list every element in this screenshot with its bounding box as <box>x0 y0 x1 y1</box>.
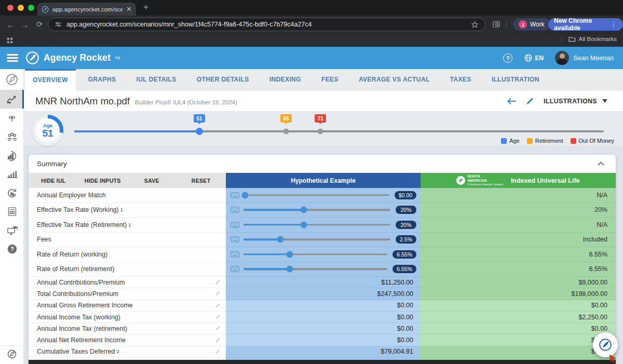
summary-title: Summary <box>37 160 67 168</box>
maximize-window-button[interactable] <box>28 5 34 11</box>
sidebar-item-rocket-logo[interactable] <box>0 69 24 90</box>
iul-value: $0.00 <box>421 300 616 312</box>
edit-pencil-icon[interactable] <box>215 326 221 331</box>
reset-button[interactable]: RESET <box>177 173 225 187</box>
illustrations-dropdown[interactable]: ILLUSTRATIONS <box>544 98 607 105</box>
row-label: Effective Tax Rate (Working) <box>37 206 119 213</box>
edit-pencil-icon[interactable] <box>215 279 221 285</box>
row-label: Cumulative Taxes Deferred <box>37 348 115 355</box>
edit-pencil-icon[interactable] <box>215 338 221 343</box>
help-button[interactable]: ? <box>503 53 512 63</box>
side-panel-search-icon[interactable] <box>492 20 500 29</box>
sidebar-item-broadcast[interactable] <box>0 109 24 127</box>
edit-pencil-icon[interactable] <box>215 291 221 296</box>
profile-chip[interactable]: J Work <box>513 18 550 31</box>
reload-icon[interactable]: ⟳ <box>32 20 47 29</box>
sidebar-item-calculator[interactable] <box>0 202 24 221</box>
horizontal-scrollbar[interactable] <box>29 360 616 364</box>
table-row: Annual Income Tax (retirement) $0.00 $0.… <box>29 323 616 334</box>
sidebar-item-help[interactable]: ? <box>0 239 24 258</box>
bookmark-star-icon[interactable] <box>471 21 479 29</box>
table-row: Annual Net Retirement Income $0.00 $0.00 <box>29 334 616 346</box>
edit-pencil-icon[interactable] <box>215 314 221 320</box>
language-selector[interactable]: EN <box>524 53 544 62</box>
tab-other-details[interactable]: OTHER DETAILS <box>189 69 257 91</box>
sidebar-item-education[interactable] <box>0 221 24 239</box>
iul-column-header: NORTHAMERICAN.A Sammons Financial Compan… <box>421 173 616 188</box>
iul-value: 20% <box>421 203 616 218</box>
save-button[interactable]: SAVE <box>128 173 177 187</box>
sidebar-item-bar-chart[interactable] <box>0 165 24 183</box>
hypothetical-value: $11,250.00 <box>226 279 421 286</box>
hamburger-menu-icon[interactable] <box>7 52 18 63</box>
sidebar-footer-rocket[interactable] <box>0 345 24 362</box>
browser-menu-icon[interactable]: ⋮ <box>611 21 617 28</box>
all-bookmarks-button[interactable]: All Bookmarks <box>568 36 617 42</box>
age-dial-value: 51 <box>42 128 53 138</box>
tab-illustration[interactable]: ILLUSTRATION <box>484 69 547 91</box>
timeline-track[interactable]: 51 65 71 <box>74 130 604 132</box>
window-controls[interactable] <box>7 5 34 11</box>
table-row: Annual Income Tax (working) $0.00 $2,250… <box>29 312 616 323</box>
tab-indexing[interactable]: INDEXING <box>262 69 309 91</box>
row-label: Effective Tax Rate (Retirement) <box>37 221 127 228</box>
row-label: Annual Contributions/Premium <box>37 279 125 286</box>
tab-taxes[interactable]: TAXES <box>442 69 479 91</box>
brand-logo[interactable]: Agency RocketTM <box>25 51 120 65</box>
keyboard-icon[interactable] <box>231 266 239 272</box>
document-title-bar: MNR NorthAm mo.pdf Builder Plus® IUL4 (O… <box>24 91 623 112</box>
hide-iul-button[interactable]: HIDE IUL <box>29 173 78 187</box>
close-window-button[interactable] <box>7 5 13 11</box>
tab-graphs[interactable]: GRAPHS <box>80 69 124 91</box>
user-menu[interactable]: Sean Meenan <box>555 51 614 65</box>
browser-tab[interactable]: app.agencyrocket.com/scena ✕ <box>37 3 136 16</box>
minimize-window-button[interactable] <box>18 5 24 11</box>
chevron-down-icon <box>602 99 607 103</box>
tab-average-vs-actual[interactable]: AVERAGE VS ACTUAL <box>351 69 438 91</box>
forward-icon[interactable]: → <box>18 20 32 29</box>
sidebar-item-clients[interactable] <box>0 127 24 146</box>
back-icon[interactable]: ← <box>3 20 18 29</box>
collapse-chevron-icon[interactable] <box>598 161 604 166</box>
marker-handle[interactable] <box>318 129 323 134</box>
marker-handle[interactable] <box>196 128 203 135</box>
site-settings-icon[interactable] <box>55 21 62 28</box>
keyboard-icon[interactable] <box>231 236 239 242</box>
close-tab-icon[interactable]: ✕ <box>126 5 132 13</box>
edit-pencil-icon[interactable] <box>215 349 221 355</box>
slider-return-working[interactable] <box>243 247 387 262</box>
edit-pencil-icon[interactable] <box>215 303 221 308</box>
keyboard-icon[interactable] <box>231 251 239 258</box>
slider-annual-employer-match[interactable] <box>243 188 389 203</box>
keyboard-icon[interactable] <box>231 192 239 198</box>
keyboard-icon[interactable] <box>231 222 239 228</box>
apps-grid-icon[interactable] <box>6 37 13 44</box>
keyboard-icon[interactable] <box>231 207 239 213</box>
hide-inputs-button[interactable]: HIDE INPUTS <box>78 173 127 187</box>
help-icon: ? <box>7 244 18 254</box>
row-label: Annual Employer Match <box>37 192 106 199</box>
gauge-report-icon <box>6 150 18 161</box>
address-bar[interactable]: app.agencyrocket.com/scenarios/mnr_show/… <box>48 18 485 31</box>
slider-return-retirement[interactable] <box>243 262 387 277</box>
marker-handle[interactable] <box>283 129 289 134</box>
globe-icon <box>524 53 533 62</box>
sidebar-item-gauge-report[interactable] <box>0 146 24 165</box>
slider-fees[interactable] <box>243 233 390 247</box>
edit-pencil-icon[interactable] <box>526 97 534 105</box>
slider-tax-rate-retirement[interactable] <box>243 218 390 232</box>
new-tab-button[interactable]: + <box>143 2 148 12</box>
sidebar-item-data-sync[interactable] <box>0 183 24 202</box>
rocket-logo-icon <box>599 338 612 352</box>
legend-item-retirement: Retirement <box>527 138 563 144</box>
scenarios-chart-icon <box>6 93 17 105</box>
sidebar-item-scenarios[interactable] <box>0 90 24 109</box>
floating-rocket-button[interactable] <box>593 332 618 357</box>
tab-fees[interactable]: FEES <box>314 69 346 91</box>
browser-tab-strip: app.agencyrocket.com/scena ✕ + <box>0 0 623 16</box>
back-arrow-icon[interactable] <box>507 97 517 105</box>
slider-tax-rate-working[interactable] <box>243 203 390 218</box>
tab-overview[interactable]: OVERVIEW <box>25 69 76 91</box>
chrome-update-button[interactable]: New Chrome available ⋮ <box>548 18 623 31</box>
tab-iul-details[interactable]: IUL DETAILS <box>128 69 184 91</box>
